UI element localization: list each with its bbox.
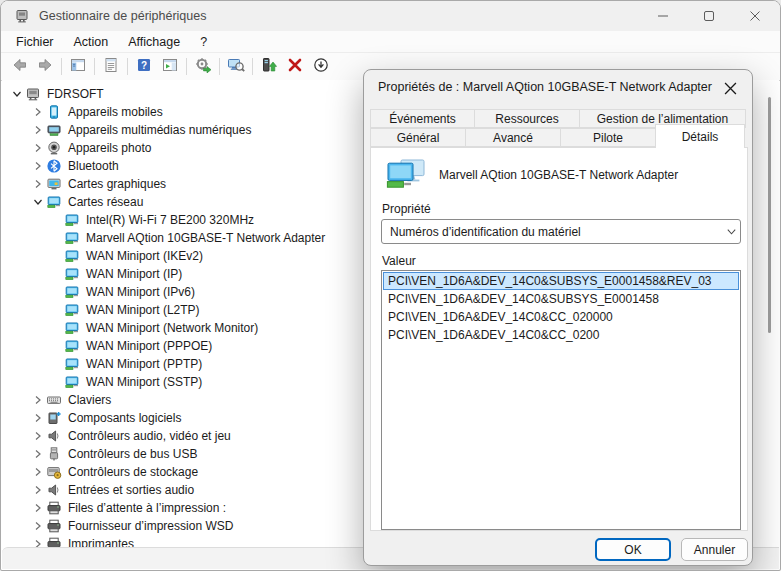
tree-expand-chevron-icon[interactable] [29, 140, 46, 156]
tab-control: ÉvénementsRessourcesGestion de l’aliment… [370, 109, 748, 148]
cancel-button[interactable]: Annuler [681, 538, 748, 561]
device-manager-icon [14, 8, 30, 24]
network-adapter-icon [385, 158, 427, 196]
maximize-button[interactable] [686, 1, 732, 31]
tree-expand-chevron-icon[interactable] [29, 410, 46, 426]
toolbar-divider [127, 58, 128, 75]
computer-icon [25, 86, 41, 102]
tree-expand-chevron-icon[interactable] [29, 500, 46, 516]
properties-button[interactable] [98, 56, 124, 78]
tab-details[interactable]: Détails [655, 124, 745, 148]
menu-item-fichier[interactable]: Fichier [6, 33, 64, 51]
toolbar-divider [94, 58, 95, 75]
show-console-tree-button[interactable] [65, 56, 91, 78]
tree-item-label: WAN Miniport (PPTP) [86, 357, 202, 371]
tree-expand-chevron-icon[interactable] [29, 482, 46, 498]
usb-controller-icon [46, 446, 62, 462]
window-controls [640, 1, 778, 31]
titlebar: Gestionnaire de périphériques [1, 1, 780, 31]
software-component-icon [46, 410, 62, 426]
update-driver-icon [261, 57, 277, 77]
dialog-close-button[interactable] [717, 77, 743, 99]
tree-expand-chevron-icon[interactable] [29, 446, 46, 462]
tree-item-label: WAN Miniport (IPv6) [86, 285, 195, 299]
tree-item-label: Fournisseur d’impression WSD [68, 519, 233, 533]
tree-item-label: Claviers [68, 393, 111, 407]
properties-icon [103, 57, 119, 77]
ok-button[interactable]: OK [595, 538, 671, 561]
tab-evenements[interactable]: Événements [370, 109, 475, 128]
uninstall-icon [287, 57, 303, 77]
printer-icon [46, 518, 62, 534]
tab-avance[interactable]: Avancé [465, 128, 561, 147]
tree-collapse-chevron-icon[interactable] [29, 194, 46, 210]
arrow-left-icon [11, 57, 28, 77]
property-select-value: Numéros d’identification du matériel [390, 225, 581, 239]
network-adapter-icon [64, 302, 80, 318]
value-item[interactable]: PCI\VEN_1D6A&DEV_14C0&CC_020000 [383, 308, 739, 326]
close-icon [749, 10, 761, 22]
tree-expand-chevron-icon[interactable] [29, 428, 46, 444]
uninstall-device-button[interactable] [282, 56, 308, 78]
tab-pilote[interactable]: Pilote [560, 128, 656, 147]
menu-bar: FichierActionAffichage? [1, 31, 780, 53]
audio-io-icon [46, 482, 62, 498]
menu-item-action[interactable]: Action [64, 33, 119, 51]
tree-item-label: FDRSOFT [47, 87, 104, 101]
value-list: PCI\VEN_1D6A&DEV_14C0&SUBSYS_E0001458&RE… [381, 270, 741, 530]
tree-item-label: WAN Miniport (IKEv2) [86, 249, 203, 263]
scan-hardware-changes-button[interactable] [190, 56, 216, 78]
dialog-title: Propriétés de : Marvell AQtion 10GBASE-T… [378, 80, 712, 94]
maximize-icon [703, 10, 715, 22]
tree-expand-chevron-icon[interactable] [29, 464, 46, 480]
help-button[interactable]: ? [131, 56, 157, 78]
tab-general[interactable]: Général [370, 128, 466, 147]
tree-expand-chevron-icon[interactable] [29, 176, 46, 192]
action-pane-button[interactable] [157, 56, 183, 78]
disable-device-button[interactable] [308, 56, 334, 78]
minimize-button[interactable] [640, 1, 686, 31]
properties-dialog: Propriétés de : Marvell AQtion 10GBASE-T… [363, 69, 753, 566]
close-icon [724, 82, 737, 95]
tree-expand-chevron-icon[interactable] [29, 158, 46, 174]
update-driver-button[interactable] [256, 56, 282, 78]
menu-item-aide[interactable]: ? [190, 33, 217, 51]
network-adapter-icon [64, 230, 80, 246]
tree-expand-chevron-icon[interactable] [29, 104, 46, 120]
property-select[interactable]: Numéros d’identification du matériel [381, 219, 741, 244]
disable-icon [313, 57, 329, 77]
details-tab-page: Marvell AQtion 10GBASE-T Network Adapter… [370, 147, 748, 531]
display-adapter-icon [46, 176, 62, 192]
tree-expand-chevron-icon[interactable] [29, 392, 46, 408]
network-adapter-icon [64, 266, 80, 282]
forward-button[interactable] [32, 56, 58, 78]
tree-item-label: Bluetooth [68, 159, 119, 173]
value-item[interactable]: PCI\VEN_1D6A&DEV_14C0&SUBSYS_E0001458&RE… [383, 272, 739, 290]
search-computer-button[interactable] [223, 56, 249, 78]
network-adapter-icon [64, 248, 80, 264]
tree-expand-chevron-icon[interactable] [29, 518, 46, 534]
arrow-right-icon [37, 57, 54, 77]
tree-collapse-chevron-icon[interactable] [8, 86, 25, 102]
tree-expand-chevron-icon[interactable] [29, 122, 46, 138]
tree-item-label: Contrôleurs de bus USB [68, 447, 197, 461]
tree-item-label: WAN Miniport (L2TP) [86, 303, 200, 317]
tree-item-label: WAN Miniport (Network Monitor) [86, 321, 258, 335]
value-item[interactable]: PCI\VEN_1D6A&DEV_14C0&CC_0200 [383, 326, 739, 344]
action-pane-icon [162, 57, 178, 77]
close-button[interactable] [732, 1, 778, 31]
back-button[interactable] [6, 56, 32, 78]
menu-item-affichage[interactable]: Affichage [118, 33, 190, 51]
tree-item-label: Intel(R) Wi-Fi 7 BE200 320MHz [86, 213, 254, 227]
tree-item-label: Contrôleurs audio, vidéo et jeu [68, 429, 231, 443]
tree-item-label: Marvell AQtion 10GBASE-T Network Adapter [86, 231, 325, 245]
tree-item-label: WAN Miniport (PPPOE) [86, 339, 212, 353]
printer-icon [46, 500, 62, 516]
toolbar-divider [219, 58, 220, 75]
tree-item-label: Appareils multimédias numériques [68, 123, 251, 137]
tree-scrollbar[interactable] [768, 97, 771, 333]
tab-ressources[interactable]: Ressources [474, 109, 580, 128]
toolbar-divider [61, 58, 62, 75]
tree-item-label: Composants logiciels [68, 411, 181, 425]
value-item[interactable]: PCI\VEN_1D6A&DEV_14C0&SUBSYS_E0001458 [383, 290, 739, 308]
